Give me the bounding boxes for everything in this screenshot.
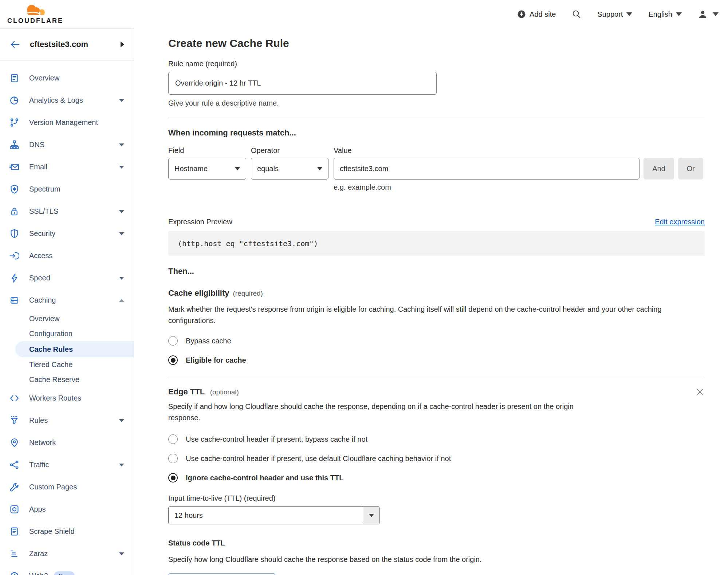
lightning-icon bbox=[9, 273, 19, 283]
sidebar-item-label: DNS bbox=[29, 141, 44, 149]
or-button[interactable]: Or bbox=[678, 158, 703, 180]
rule-name-input[interactable] bbox=[168, 72, 437, 95]
sidebar-item-version-management[interactable]: Version Management bbox=[0, 111, 134, 134]
sidebar-item-scrape-shield[interactable]: Scrape Shield bbox=[0, 520, 134, 543]
add-site-button[interactable]: Add site bbox=[517, 10, 556, 19]
field-select[interactable]: Hostname bbox=[168, 158, 246, 180]
sidebar-subitem-label: Cache Rules bbox=[29, 345, 73, 354]
sidebar-subitem-cache-reserve[interactable]: Cache Reserve bbox=[0, 372, 134, 387]
edge-ttl-close-button[interactable] bbox=[695, 387, 705, 397]
sidebar-item-email[interactable]: Email bbox=[0, 156, 134, 178]
clipboard-icon bbox=[9, 73, 19, 83]
value-label: Value bbox=[334, 146, 352, 155]
sidebar-subitem-caching-configuration[interactable]: Configuration bbox=[0, 326, 134, 341]
status-code-ttl-description: Specify how long Cloudflare should cache… bbox=[168, 554, 700, 565]
funnel-icon bbox=[9, 416, 19, 425]
chevron-down-icon bbox=[317, 167, 322, 170]
document-icon bbox=[9, 527, 19, 536]
sidebar-item-label: Network bbox=[29, 438, 56, 447]
wrench-icon bbox=[9, 482, 19, 492]
sidebar-nav: Overview Analytics & Logs Version Manage… bbox=[0, 60, 134, 575]
ttl-ignore-header-radio[interactable]: Ignore cache-control header and use this… bbox=[168, 473, 705, 483]
language-label: English bbox=[648, 10, 672, 19]
chevron-down-icon bbox=[676, 12, 682, 16]
sidebar-item-security[interactable]: Security bbox=[0, 222, 134, 245]
chevron-down-icon bbox=[119, 166, 124, 169]
ttl-input-label: Input time-to-live (TTL) (required) bbox=[168, 494, 705, 503]
value-input[interactable] bbox=[334, 158, 640, 180]
sidebar-item-custom-pages[interactable]: Custom Pages bbox=[0, 476, 134, 498]
sidebar-subitem-label: Cache Reserve bbox=[29, 375, 79, 384]
pie-chart-icon bbox=[9, 95, 19, 105]
back-arrow-icon[interactable] bbox=[9, 40, 20, 49]
sidebar-item-overview[interactable]: Overview bbox=[0, 67, 134, 89]
site-switcher-icon[interactable] bbox=[121, 42, 124, 47]
edit-expression-link[interactable]: Edit expression bbox=[655, 218, 705, 226]
sidebar-item-ssl-tls[interactable]: SSL/TLS bbox=[0, 200, 134, 222]
bypass-cache-radio[interactable]: Bypass cache bbox=[168, 336, 705, 346]
ttl-select-button[interactable] bbox=[363, 507, 379, 524]
field-label: Field bbox=[168, 146, 251, 155]
sidebar-item-access[interactable]: Access bbox=[0, 245, 134, 267]
add-status-code-button[interactable]: Add status code setting bbox=[168, 573, 275, 575]
chevron-down-icon bbox=[235, 167, 240, 170]
sidebar-item-caching[interactable]: Caching bbox=[0, 289, 134, 311]
edge-ttl-heading: Edge TTL bbox=[168, 387, 205, 396]
sidebar-item-label: Overview bbox=[29, 74, 59, 82]
sidebar-item-rules[interactable]: Rules bbox=[0, 409, 134, 432]
radio-icon bbox=[168, 336, 178, 346]
expression-preview-block: (http.host eq "cftestsite3.com") bbox=[168, 231, 705, 256]
radio-label: Eligible for cache bbox=[186, 356, 246, 365]
sidebar-item-analytics[interactable]: Analytics & Logs bbox=[0, 89, 134, 111]
sidebar-item-web3[interactable]: Web3 New bbox=[0, 565, 134, 575]
sidebar-item-speed[interactable]: Speed bbox=[0, 267, 134, 289]
arrow-into-circle-icon bbox=[9, 251, 19, 261]
close-icon bbox=[695, 387, 705, 397]
ttl-select[interactable]: 12 hours bbox=[168, 506, 380, 524]
optional-note: (optional) bbox=[210, 388, 239, 396]
cache-stack-icon bbox=[9, 295, 19, 305]
sidebar-subitem-caching-overview[interactable]: Overview bbox=[0, 311, 134, 326]
sidebar-subitem-cache-rules[interactable]: Cache Rules bbox=[15, 341, 134, 357]
then-heading: Then... bbox=[168, 267, 705, 276]
expression-preview-label: Expression Preview bbox=[168, 218, 232, 226]
sidebar-item-workers-routes[interactable]: Workers Routes bbox=[0, 387, 134, 409]
account-menu[interactable] bbox=[698, 9, 719, 19]
shield-icon bbox=[9, 229, 19, 239]
sidebar-subitem-tiered-cache[interactable]: Tiered Cache bbox=[0, 357, 134, 372]
operator-select[interactable]: equals bbox=[251, 158, 328, 180]
add-site-label: Add site bbox=[530, 10, 556, 19]
sidebar-item-label: Traffic bbox=[29, 461, 49, 469]
chevron-down-icon bbox=[119, 552, 124, 555]
sidebar-item-label: Spectrum bbox=[29, 185, 60, 193]
sidebar-item-apps[interactable]: Apps bbox=[0, 498, 134, 520]
section-divider bbox=[168, 117, 705, 117]
and-button[interactable]: And bbox=[644, 158, 674, 180]
envelope-icon bbox=[9, 162, 19, 172]
sidebar-item-label: Scrape Shield bbox=[29, 527, 75, 536]
radio-selected-icon bbox=[168, 355, 178, 365]
sidebar-item-spectrum[interactable]: Spectrum bbox=[0, 178, 134, 200]
ttl-bypass-radio[interactable]: Use cache-control header if present, byp… bbox=[168, 434, 705, 444]
required-note: (required) bbox=[233, 290, 263, 298]
radio-icon bbox=[168, 434, 178, 444]
ttl-default-behavior-radio[interactable]: Use cache-control header if present, use… bbox=[168, 454, 705, 463]
chevron-down-icon bbox=[119, 143, 124, 146]
sidebar-item-dns[interactable]: DNS bbox=[0, 134, 134, 156]
location-pin-icon bbox=[9, 438, 19, 448]
support-menu[interactable]: Support bbox=[597, 10, 632, 19]
search-icon[interactable] bbox=[572, 9, 581, 19]
eligible-for-cache-radio[interactable]: Eligible for cache bbox=[168, 355, 705, 365]
new-badge: New bbox=[54, 571, 75, 575]
cloudflare-cloud-icon bbox=[23, 4, 47, 17]
sidebar-item-network[interactable]: Network bbox=[0, 432, 134, 454]
sidebar-item-label: Version Management bbox=[29, 118, 98, 127]
chevron-down-icon bbox=[119, 419, 124, 422]
sidebar-item-zaraz[interactable]: Zaraz bbox=[0, 543, 134, 565]
language-menu[interactable]: English bbox=[648, 10, 682, 19]
sidebar-item-traffic[interactable]: Traffic bbox=[0, 454, 134, 476]
sidebar-item-label: Apps bbox=[29, 505, 46, 513]
web3-cube-icon bbox=[9, 571, 19, 575]
sidebar-item-label: Caching bbox=[29, 296, 56, 304]
plus-circle-icon bbox=[517, 10, 526, 19]
